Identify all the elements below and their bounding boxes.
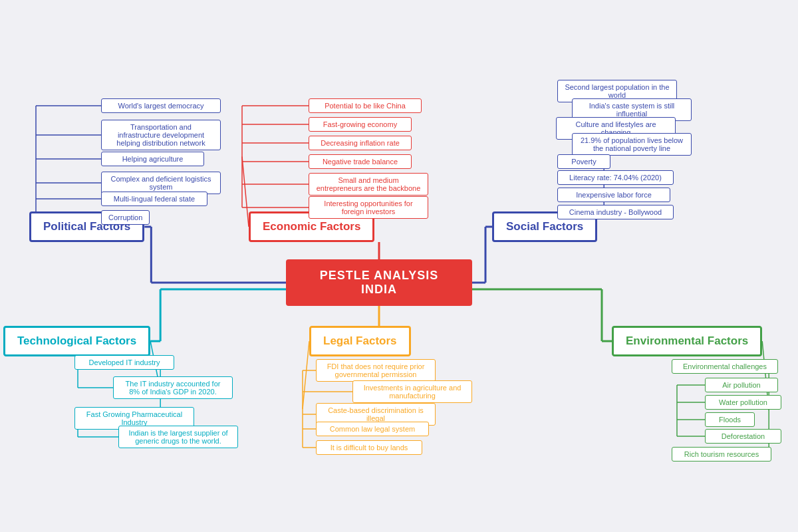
social-label: Social Factors <box>506 220 583 233</box>
environ-item-3: Water pollution <box>705 395 781 410</box>
economic-item-1: Potential to be like China <box>309 98 422 113</box>
social-item-4: 21.9% of population lives below the nati… <box>572 133 692 156</box>
social-item-5: Poverty <box>557 154 610 169</box>
tech-label: Technological Factors <box>17 334 136 347</box>
environ-category: Environmental Factors <box>612 326 762 356</box>
economic-item-3: Decreasing inflation rate <box>309 136 412 150</box>
economic-item-4: Negative trade balance <box>309 154 412 169</box>
environ-label: Environmental Factors <box>626 334 748 347</box>
legal-item-2: Investments in agriculture and manufactu… <box>352 380 472 403</box>
legal-item-5: It is difficult to buy lands <box>316 440 422 455</box>
social-item-8: Cinema industry - Bollywood <box>557 205 674 219</box>
political-item-5: Multi-lingual federal state <box>101 192 207 206</box>
legal-item-1: FDI that does not require prior governme… <box>316 359 436 382</box>
economic-item-5: Small and medium entrepreneurs are the b… <box>309 173 428 196</box>
tech-item-2: The IT industry accounted for 8% of Indi… <box>113 376 233 399</box>
political-item-1: World's largest democracy <box>101 98 221 113</box>
economic-label: Economic Factors <box>263 220 360 233</box>
tech-item-1: Developed IT industry <box>74 355 174 370</box>
tech-category: Technological Factors <box>3 326 150 356</box>
environ-item-4: Floods <box>705 412 755 427</box>
social-item-7: Inexpensive labor force <box>557 188 670 202</box>
svg-line-28 <box>242 157 249 227</box>
political-item-3: Helping agriculture <box>101 152 204 166</box>
economic-item-2: Fast-growing economy <box>309 117 412 132</box>
legal-item-4: Common law legal system <box>316 422 429 436</box>
environ-item-2: Air pollution <box>705 378 778 392</box>
legal-category: Legal Factors <box>309 326 411 356</box>
political-item-2: Transportation and infrastructure develo… <box>101 120 221 150</box>
central-label: PESTLE ANALYSIS INDIA <box>320 269 439 296</box>
environ-item-1: Environmental challenges <box>672 359 778 374</box>
environ-item-5: Deforestation <box>705 429 781 444</box>
legal-label: Legal Factors <box>323 334 397 347</box>
central-node: PESTLE ANALYSIS INDIA <box>286 259 472 306</box>
environ-item-6: Rich tourism resources <box>672 447 771 462</box>
political-item-4: Complex and deficient logistics system <box>101 172 221 194</box>
political-item-6: Corruption <box>101 210 150 225</box>
economic-item-6: Interesting opportunities for foreign in… <box>309 196 428 219</box>
tech-item-4: Indian is the largest supplier of generi… <box>118 426 238 448</box>
social-item-6: Literacy rate: 74.04% (2020) <box>557 170 674 185</box>
svg-line-52 <box>303 341 309 409</box>
